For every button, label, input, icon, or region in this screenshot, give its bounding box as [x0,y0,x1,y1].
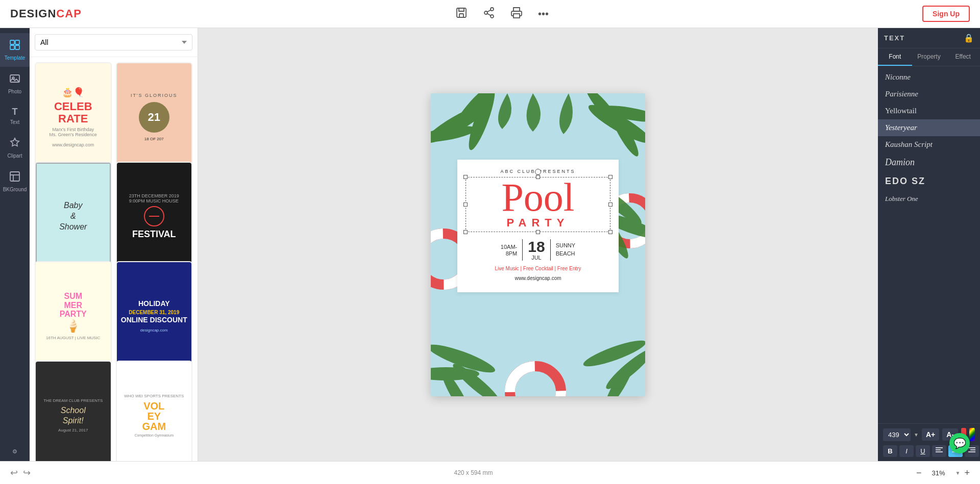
template-panel-header: All Birthday Party Holiday [30,28,198,57]
redo-button[interactable]: ↪ [23,467,31,478]
font-item-yellowtail[interactable]: Yellowtail [878,103,980,119]
svg-rect-0 [457,8,466,17]
tab-font[interactable]: Font [878,48,912,66]
bold-button[interactable]: B [883,445,897,457]
pool-party-canvas: ABC CLUB PRESENTS [431,93,645,396]
clipart-icon [9,137,20,151]
logo-cap: CAP [56,7,81,20]
logo: DESIGNCAP [10,7,82,20]
topbar: DESIGNCAP ••• Sign Up [0,0,980,28]
sidebar-item-settings[interactable]: ⚙ [0,442,30,461]
zoom-controls: − 31% ▼ + [916,468,970,478]
sidebar-item-photo[interactable]: Photo [0,67,30,100]
svg-rect-14 [10,172,19,181]
bkground-icon [9,171,20,185]
lock-icon[interactable]: 🔒 [964,33,974,43]
sidebar-item-clipart[interactable]: Clipart [0,131,30,165]
party-text[interactable]: PARTY [465,216,610,230]
rp-tabs: Font Property Effect [878,48,980,66]
sidebar-item-bkground-label: BKGround [3,187,27,192]
pool-text[interactable]: Pool [465,180,610,215]
chat-badge[interactable]: 💬 [949,433,970,453]
zoom-out-button[interactable]: − [916,468,922,478]
logo-design: DESIGN [10,7,56,20]
template-card-8[interactable]: WHO WEI SPORTS PRESENTS VOLEYGAM Competi… [116,361,193,461]
time-end-text: 8PM [501,250,517,257]
svg-point-3 [484,11,487,14]
left-sidebar: Template Photo T Text Clipart BKGround ⚙ [0,28,30,461]
template-card-5[interactable]: SUMMERPARTY 🍦 16TH AUGUST | LIVE MUSIC [35,261,112,371]
svg-rect-8 [10,40,14,44]
undo-redo: ↩ ↪ [10,467,31,478]
sidebar-item-clipart-label: Clipart [8,153,22,159]
font-item-yesteryear[interactable]: Yesteryear [878,119,980,136]
templates-grid: 🎂🎈 CELEBRATE Marx's First BirthdayMs. Gr… [30,57,198,461]
svg-rect-11 [15,45,19,49]
right-panel: TEXT 🔒 Font Property Effect Niconne Pari… [878,28,980,461]
template-panel: All Birthday Party Holiday 🎂🎈 CELEBRATE … [30,28,198,461]
zoom-in-button[interactable]: + [964,468,970,478]
sidebar-item-template[interactable]: Template [0,33,30,67]
save-icon[interactable] [455,7,468,21]
italic-button[interactable]: I [899,445,914,457]
svg-rect-10 [10,45,14,49]
svg-point-2 [491,8,494,11]
undo-button[interactable]: ↩ [10,467,18,478]
canvas-area: ABC CLUB PRESENTS [198,28,878,461]
font-size-plus-button[interactable]: A+ [922,428,939,441]
svg-point-4 [491,15,494,18]
tab-property[interactable]: Property [912,48,946,66]
template-card-2[interactable]: IT'S GLORIOUS 21 18 OF 207 [116,62,193,172]
sidebar-item-bkground[interactable]: BKGround [0,165,30,198]
sidebar-item-text-label: Text [10,119,19,125]
date-month: JUL [528,254,545,261]
venue-text: SUNNYBEACH [556,242,576,258]
svg-rect-9 [15,40,19,44]
perks-text: Live Music | Free Cocktail | Free Entry [465,266,610,271]
zoom-chevron-icon[interactable]: ▼ [955,470,961,476]
topbar-icons: ••• [455,7,549,21]
chevron-down-icon: ▼ [914,432,919,438]
signup-button[interactable]: Sign Up [922,6,970,22]
align-left-button[interactable] [932,445,946,457]
sidebar-item-text[interactable]: T Text [0,100,30,131]
date-number: 18 [528,239,545,254]
font-list: Niconne Parisienne Yellowtail Yesteryear… [878,66,980,423]
font-item-parisienne[interactable]: Parisienne [878,86,980,103]
more-icon[interactable]: ••• [538,8,549,20]
template-card-3[interactable]: Baby&Shower [35,162,112,271]
svg-line-6 [487,10,491,12]
svg-rect-1 [459,14,463,17]
zoom-value: 31% [926,469,951,477]
settings-icon: ⚙ [12,448,17,455]
share-icon[interactable] [483,7,495,21]
text-icon: T [12,107,18,117]
website-text: www.designcap.com [465,275,610,281]
category-select[interactable]: All Birthday Party Holiday [35,34,192,50]
photo-icon [9,73,20,87]
rp-title: TEXT [884,34,905,42]
time-text: 10AM- [501,243,517,250]
rp-header: TEXT 🔒 [878,28,980,48]
main-layout: Template Photo T Text Clipart BKGround ⚙ [0,28,980,461]
sidebar-item-photo-label: Photo [8,89,21,94]
font-item-edosz[interactable]: EDO SZ [878,172,980,191]
bottom-bar: ↩ ↪ 420 x 594 mm − 31% ▼ + [0,461,980,484]
template-card-4[interactable]: 23TH DECEMBER 20199:00PM MUSIC HOUSE FES… [116,162,193,271]
template-card-6[interactable]: HOLIDAYDECEMBER 31, 2019ONLINE DISCOUNT … [116,261,193,371]
tab-effect[interactable]: Effect [946,48,980,66]
canvas-wrap[interactable]: ABC CLUB PRESENTS [431,93,645,396]
print-icon[interactable] [510,7,523,21]
font-item-damion[interactable]: Damion [878,153,980,172]
template-card-1[interactable]: 🎂🎈 CELEBRATE Marx's First BirthdayMs. Gr… [35,62,112,172]
template-icon [9,39,20,53]
font-item-kaushan[interactable]: Kaushan Script [878,136,980,153]
font-size-select[interactable]: 439 [883,428,911,441]
sidebar-item-template-label: Template [5,55,26,61]
svg-line-5 [487,13,491,15]
font-item-lobster[interactable]: Lobster One [878,191,980,207]
font-item-niconne[interactable]: Niconne [878,69,980,86]
color-more-icon[interactable] [969,428,975,441]
underline-button[interactable]: U [916,445,930,457]
template-card-7[interactable]: THE DREAM CLUB PRESENTS SchoolSpirit! Au… [35,361,112,461]
